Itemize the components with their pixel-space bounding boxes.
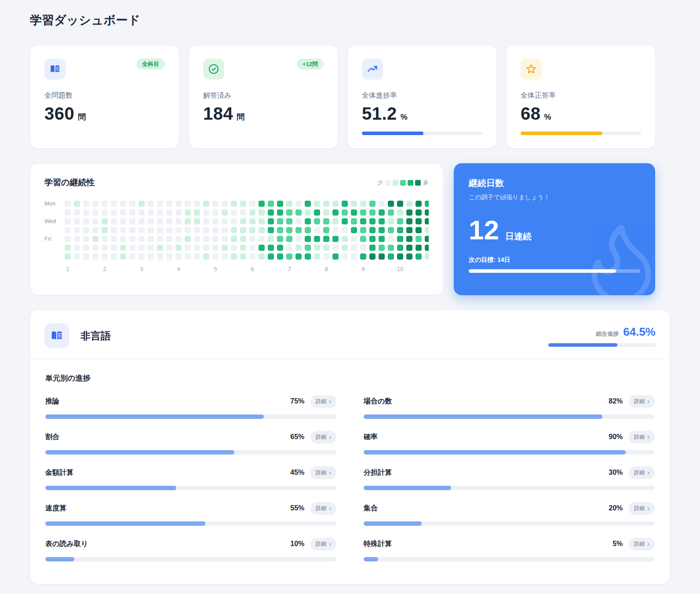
heatmap-cell	[148, 236, 154, 242]
heatmap-cell	[416, 227, 422, 233]
heatmap-axis-label: 10	[397, 266, 403, 272]
streak-title: 継続日数	[469, 177, 640, 189]
heatmap-cell	[129, 218, 135, 224]
unit-detail-button[interactable]: 詳細 ›	[310, 431, 336, 444]
unit-progress-fill	[364, 414, 602, 419]
heatmap-cell	[342, 218, 348, 224]
heatmap-cell	[212, 227, 219, 233]
heatmap-cell	[74, 253, 80, 260]
heatmap-cell	[305, 227, 311, 233]
heatmap-cell	[166, 201, 172, 207]
unit-progress-fill	[45, 486, 176, 490]
unit-detail-button[interactable]: 詳細 ›	[310, 538, 336, 550]
book-icon	[44, 323, 69, 348]
heatmap-cell	[129, 253, 135, 260]
heatmap-cell	[231, 227, 237, 233]
heatmap-cell	[212, 209, 219, 216]
heatmap-cell	[379, 201, 385, 207]
heatmap-cell	[212, 245, 219, 251]
heatmap-cell	[268, 236, 274, 242]
heatmap-cell	[212, 218, 219, 224]
heatmap-cell	[277, 201, 283, 207]
heatmap-cell	[203, 227, 209, 233]
unit-progress-track	[45, 557, 336, 561]
heatmap-cell	[102, 236, 108, 242]
heatmap-cell	[342, 245, 348, 251]
heatmap-cell	[129, 227, 135, 233]
streak-subtitle: この調子で頑張りましょう！	[469, 194, 640, 202]
heatmap-cell	[74, 209, 80, 216]
heatmap-cell	[286, 201, 292, 207]
unit-name: 速度算	[45, 504, 66, 513]
heatmap-day-label: Fri	[44, 236, 65, 242]
unit-name: 割合	[45, 433, 59, 442]
heatmap-cell	[323, 236, 329, 242]
unit-detail-button[interactable]: 詳細 ›	[629, 502, 655, 515]
streak-unit: 日連続	[505, 231, 532, 242]
chevron-right-icon: ›	[647, 505, 649, 511]
heatmap-cell	[360, 201, 366, 207]
heatmap-cell	[120, 209, 126, 216]
heatmap-cell	[332, 201, 339, 207]
heatmap-cell	[351, 253, 357, 260]
units-column-right: 場合の数 82% 詳細 › 確率 90% 詳細 ›	[364, 396, 655, 561]
page-title: 学習ダッシュボード	[30, 12, 670, 28]
heatmap-cell	[425, 245, 429, 251]
heatmap-cell	[148, 209, 154, 216]
unit-progress-fill	[364, 521, 422, 526]
heatmap-cell	[157, 253, 163, 260]
unit-detail-button[interactable]: 詳細 ›	[310, 502, 336, 515]
unit-detail-button[interactable]: 詳細 ›	[310, 395, 336, 408]
heatmap-cell	[148, 245, 154, 251]
unit-progress-track	[364, 450, 655, 455]
unit-progress-track	[364, 521, 655, 526]
heatmap-cell	[129, 209, 135, 216]
stat-value: 68	[521, 104, 541, 124]
heatmap-cell	[295, 218, 302, 224]
heatmap-cell	[277, 236, 283, 242]
heatmap-cell	[203, 245, 209, 251]
heatmap-cell	[65, 245, 71, 251]
heatmap-cell	[203, 201, 209, 207]
unit-detail-button[interactable]: 詳細 ›	[629, 466, 655, 479]
flame-icon	[575, 216, 655, 295]
heatmap-cell	[305, 218, 311, 224]
heatmap-cell	[65, 253, 71, 260]
heatmap-cell	[203, 218, 209, 224]
heatmap-cell	[323, 209, 329, 216]
book-icon	[44, 59, 66, 80]
heatmap-cell	[185, 201, 191, 207]
heatmap-cell	[332, 245, 339, 251]
unit-progress-fill	[364, 486, 451, 490]
heatmap-cell	[342, 253, 348, 260]
heatmap-cell	[65, 227, 71, 233]
unit-detail-button[interactable]: 詳細 ›	[310, 466, 336, 479]
heatmap-cell	[342, 201, 348, 207]
progress-bar-fill	[362, 132, 423, 135]
heatmap-cell	[203, 236, 209, 242]
heatmap-cell	[111, 227, 117, 233]
heatmap-cell	[406, 253, 412, 260]
detail-label: 詳細	[634, 505, 645, 512]
detail-label: 詳細	[634, 469, 645, 477]
heatmap-cell	[166, 209, 172, 216]
unit-progress-fill	[45, 521, 205, 526]
heatmap-cell	[259, 227, 265, 233]
heatmap-cell	[92, 209, 98, 216]
unit-detail-button[interactable]: 詳細 ›	[629, 431, 655, 444]
heatmap-cell	[360, 209, 366, 216]
heatmap-cell	[139, 236, 145, 242]
heatmap-cell	[369, 245, 376, 251]
heatmap-cell	[379, 209, 385, 216]
heatmap-cell	[351, 245, 357, 251]
unit-detail-button[interactable]: 詳細 ›	[629, 395, 655, 408]
heatmap-cell	[249, 201, 255, 207]
heatmap-cell	[222, 245, 228, 251]
heatmap-cell	[175, 236, 182, 242]
heatmap-title: 学習の継続性	[44, 177, 95, 188]
heatmap-cell	[92, 253, 98, 260]
unit-detail-button[interactable]: 詳細 ›	[629, 538, 655, 550]
check-circle-icon	[203, 59, 224, 80]
heatmap-cell	[222, 227, 228, 233]
heatmap-card: 学習の継続性 少 多 MonWedFri 12345678910	[30, 163, 443, 295]
